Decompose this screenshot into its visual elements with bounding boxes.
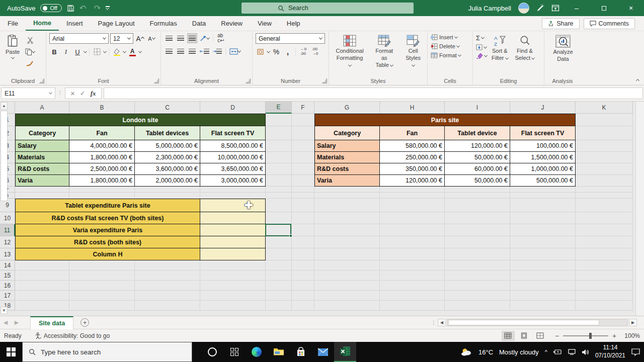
cell-E6[interactable] [266, 175, 292, 187]
cell-F8[interactable] [292, 193, 314, 199]
paris-value[interactable]: 120,000.00 € [445, 140, 510, 152]
cell-B17[interactable] [69, 291, 135, 301]
cancel-icon[interactable]: × [70, 89, 75, 98]
increase-font-icon[interactable]: A [135, 34, 145, 44]
column-header-B[interactable]: B [69, 102, 135, 114]
summary-label[interactable]: Varia expenditure Paris [15, 224, 200, 236]
align-right-icon[interactable] [187, 46, 197, 56]
paris-row-label[interactable]: R&D costs [314, 163, 380, 175]
cell-F1[interactable] [292, 114, 314, 126]
mail-button[interactable] [312, 342, 334, 362]
tab-formulas[interactable]: Formulas [142, 17, 185, 30]
paris-value[interactable]: 100,000.00 € [510, 140, 576, 152]
column-header-K[interactable]: K [576, 102, 633, 114]
cell-G12[interactable] [314, 236, 380, 248]
decrease-indent-icon[interactable]: ⇤ [199, 46, 210, 56]
london-value[interactable]: 2,500,000.00 € [69, 163, 135, 175]
font-color-icon[interactable]: A [127, 47, 137, 57]
cell-G9[interactable] [314, 199, 380, 212]
cell-H12[interactable] [380, 236, 445, 248]
fill-color-icon[interactable] [112, 47, 122, 57]
cell-H15[interactable] [380, 270, 445, 281]
cell-E17[interactable] [266, 291, 292, 301]
cell-K6[interactable] [576, 175, 633, 187]
format-cells-button[interactable]: Format [431, 52, 461, 58]
cell-E13[interactable] [266, 248, 292, 260]
london-row-label[interactable]: Materials [15, 152, 69, 163]
cell-J13[interactable] [510, 248, 576, 260]
cell-E4[interactable] [266, 152, 292, 163]
column-header-I[interactable]: I [445, 102, 510, 114]
borders-icon[interactable] [92, 47, 102, 57]
cell-B18[interactable] [69, 301, 135, 311]
cell-I13[interactable] [445, 248, 510, 260]
cell-F4[interactable] [292, 152, 314, 163]
cell-D7[interactable] [200, 187, 266, 193]
cell-I14[interactable] [445, 260, 510, 270]
row-header-10[interactable]: 10 [0, 212, 15, 224]
cell-C7[interactable] [135, 187, 200, 193]
cell-D17[interactable] [200, 291, 266, 301]
format-painter-icon[interactable] [24, 58, 36, 68]
cell-E1[interactable] [266, 114, 292, 126]
london-header-1[interactable]: Category [15, 126, 69, 140]
cell-K14[interactable] [576, 260, 633, 270]
font-size-select[interactable]: 12 [110, 33, 133, 44]
paris-row-label[interactable]: Varia [314, 175, 380, 187]
collapse-ribbon-icon[interactable] [636, 77, 639, 83]
cut-icon[interactable] [24, 35, 36, 45]
user-name[interactable]: Julia Campbell [468, 5, 511, 12]
cell-E3[interactable] [266, 140, 292, 152]
cell-K11[interactable] [576, 224, 633, 236]
minimize-button[interactable]: – [567, 0, 587, 16]
file-explorer-button[interactable] [268, 342, 290, 362]
paste-button[interactable]: Paste [3, 33, 22, 76]
paris-header-2[interactable]: Fan [380, 126, 445, 140]
cell-J15[interactable] [510, 270, 576, 281]
align-center-icon[interactable] [176, 46, 186, 56]
quick-access-more-icon[interactable] [106, 6, 110, 10]
cell-E15[interactable] [266, 270, 292, 281]
paris-value[interactable]: 350,000.00 € [380, 163, 445, 175]
paris-value[interactable]: 250,000.00 € [380, 152, 445, 163]
conditional-formatting-button[interactable]: ConditionalFormatting [332, 33, 367, 76]
summary-value[interactable] [200, 199, 266, 212]
cell-C8[interactable] [135, 193, 200, 199]
align-top-icon[interactable] [164, 33, 174, 43]
cell-J8[interactable] [510, 193, 576, 199]
column-header-D[interactable]: D [200, 102, 266, 114]
tab-page-layout[interactable]: Page Layout [91, 17, 142, 30]
cell-H18[interactable] [380, 301, 445, 311]
cell-A15[interactable] [15, 270, 69, 281]
insert-function-icon[interactable]: fx [91, 89, 96, 98]
cell-F14[interactable] [292, 260, 314, 270]
cell-I8[interactable] [445, 193, 510, 199]
cell-D14[interactable] [200, 260, 266, 270]
summary-label[interactable]: Column H [15, 248, 200, 260]
cell-C14[interactable] [135, 260, 200, 270]
cell-J14[interactable] [510, 260, 576, 270]
cell-E12[interactable] [266, 236, 292, 248]
decrease-font-icon[interactable]: A [146, 34, 156, 44]
paris-value[interactable]: 120,000.00 € [380, 175, 445, 187]
format-as-table-button[interactable]: Format asTable [369, 33, 399, 76]
cell-H7[interactable] [380, 187, 445, 193]
cell-D8[interactable] [200, 193, 266, 199]
london-header-4[interactable]: Flat screen TV [200, 126, 266, 140]
taskbar-search-input[interactable]: Type here to search [22, 342, 192, 362]
tab-file[interactable]: File [0, 17, 26, 30]
cell-I11[interactable] [445, 224, 510, 236]
cell-E16[interactable] [266, 281, 292, 291]
cell-A16[interactable] [15, 281, 69, 291]
summary-value[interactable] [200, 248, 266, 260]
undo-icon[interactable] [79, 5, 88, 12]
vscroll-thumb[interactable] [1, 111, 8, 201]
row-header-12[interactable]: 12 [0, 236, 15, 248]
cell-E7[interactable] [266, 187, 292, 193]
tab-view[interactable]: View [250, 17, 279, 30]
zoom-slider[interactable] [563, 335, 608, 336]
paris-row-label[interactable]: Salary [314, 140, 380, 152]
sheet-nav-right-icon[interactable]: ▶ [11, 319, 22, 326]
paris-header-4[interactable]: Flat screen TV [510, 126, 576, 140]
clear-icon[interactable] [476, 53, 487, 59]
